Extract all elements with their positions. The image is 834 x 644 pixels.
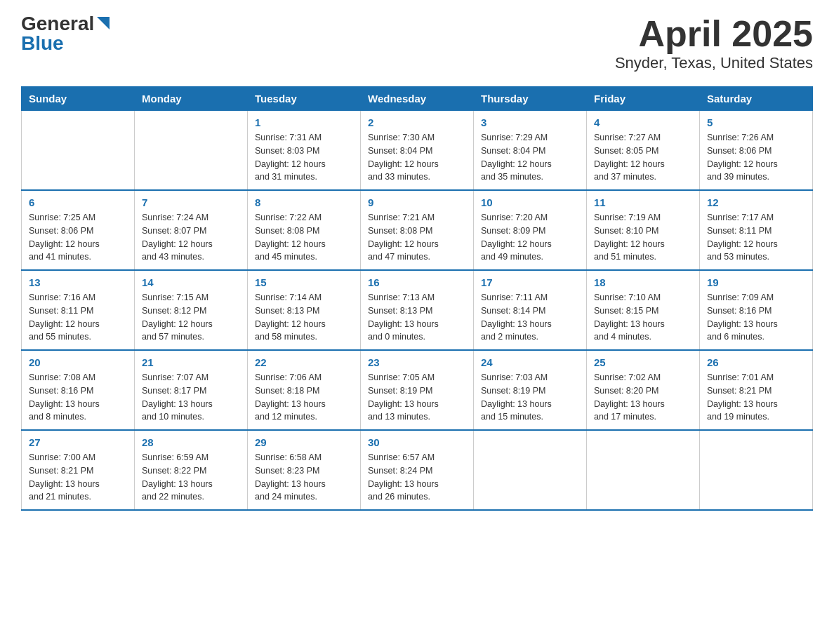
day-number: 7 <box>142 196 240 208</box>
day-info: Sunrise: 7:14 AM Sunset: 8:13 PM Dayligh… <box>255 291 353 344</box>
col-thursday: Thursday <box>474 87 587 111</box>
day-number: 2 <box>368 116 466 128</box>
title-block: April 2025 Snyder, Texas, United States <box>615 14 813 72</box>
day-number: 23 <box>368 356 466 368</box>
table-row: 7Sunrise: 7:24 AM Sunset: 8:07 PM Daylig… <box>135 190 248 270</box>
day-info: Sunrise: 7:25 AM Sunset: 8:06 PM Dayligh… <box>29 211 127 264</box>
table-row: 21Sunrise: 7:07 AM Sunset: 8:17 PM Dayli… <box>135 350 248 430</box>
day-info: Sunrise: 7:10 AM Sunset: 8:15 PM Dayligh… <box>594 291 692 344</box>
calendar-week-row: 13Sunrise: 7:16 AM Sunset: 8:11 PM Dayli… <box>22 270 813 350</box>
table-row: 23Sunrise: 7:05 AM Sunset: 8:19 PM Dayli… <box>361 350 474 430</box>
table-row <box>700 430 813 510</box>
table-row: 25Sunrise: 7:02 AM Sunset: 8:20 PM Dayli… <box>587 350 700 430</box>
calendar-table: Sunday Monday Tuesday Wednesday Thursday… <box>21 86 813 511</box>
logo-blue-text: Blue <box>21 34 64 53</box>
calendar-week-row: 1Sunrise: 7:31 AM Sunset: 8:03 PM Daylig… <box>22 111 813 191</box>
table-row: 29Sunrise: 6:58 AM Sunset: 8:23 PM Dayli… <box>248 430 361 510</box>
day-info: Sunrise: 7:29 AM Sunset: 8:04 PM Dayligh… <box>481 131 579 184</box>
day-info: Sunrise: 7:05 AM Sunset: 8:19 PM Dayligh… <box>368 371 466 424</box>
day-info: Sunrise: 7:19 AM Sunset: 8:10 PM Dayligh… <box>594 211 692 264</box>
svg-marker-0 <box>97 17 110 29</box>
page-header: General Blue April 2025 Snyder, Texas, U… <box>21 14 813 72</box>
table-row: 11Sunrise: 7:19 AM Sunset: 8:10 PM Dayli… <box>587 190 700 270</box>
day-info: Sunrise: 7:00 AM Sunset: 8:21 PM Dayligh… <box>29 451 127 504</box>
day-number: 12 <box>707 196 805 208</box>
day-number: 24 <box>481 356 579 368</box>
day-number: 17 <box>481 276 579 288</box>
table-row <box>474 430 587 510</box>
day-number: 4 <box>594 116 692 128</box>
day-number: 19 <box>707 276 805 288</box>
day-number: 9 <box>368 196 466 208</box>
day-number: 20 <box>29 356 127 368</box>
table-row <box>22 111 135 191</box>
table-row: 8Sunrise: 7:22 AM Sunset: 8:08 PM Daylig… <box>248 190 361 270</box>
day-info: Sunrise: 7:31 AM Sunset: 8:03 PM Dayligh… <box>255 131 353 184</box>
table-row: 28Sunrise: 6:59 AM Sunset: 8:22 PM Dayli… <box>135 430 248 510</box>
day-number: 30 <box>368 436 466 448</box>
day-info: Sunrise: 6:58 AM Sunset: 8:23 PM Dayligh… <box>255 451 353 504</box>
day-number: 25 <box>594 356 692 368</box>
day-info: Sunrise: 7:07 AM Sunset: 8:17 PM Dayligh… <box>142 371 240 424</box>
day-number: 29 <box>255 436 353 448</box>
day-number: 13 <box>29 276 127 288</box>
day-info: Sunrise: 7:09 AM Sunset: 8:16 PM Dayligh… <box>707 291 805 344</box>
day-info: Sunrise: 6:59 AM Sunset: 8:22 PM Dayligh… <box>142 451 240 504</box>
col-tuesday: Tuesday <box>248 87 361 111</box>
day-info: Sunrise: 6:57 AM Sunset: 8:24 PM Dayligh… <box>368 451 466 504</box>
calendar-week-row: 27Sunrise: 7:00 AM Sunset: 8:21 PM Dayli… <box>22 430 813 510</box>
day-number: 11 <box>594 196 692 208</box>
day-info: Sunrise: 7:15 AM Sunset: 8:12 PM Dayligh… <box>142 291 240 344</box>
day-number: 18 <box>594 276 692 288</box>
day-info: Sunrise: 7:06 AM Sunset: 8:18 PM Dayligh… <box>255 371 353 424</box>
day-number: 16 <box>368 276 466 288</box>
table-row: 17Sunrise: 7:11 AM Sunset: 8:14 PM Dayli… <box>474 270 587 350</box>
logo-triangle-icon <box>95 15 111 31</box>
day-info: Sunrise: 7:03 AM Sunset: 8:19 PM Dayligh… <box>481 371 579 424</box>
day-info: Sunrise: 7:24 AM Sunset: 8:07 PM Dayligh… <box>142 211 240 264</box>
day-number: 6 <box>29 196 127 208</box>
day-info: Sunrise: 7:11 AM Sunset: 8:14 PM Dayligh… <box>481 291 579 344</box>
day-number: 15 <box>255 276 353 288</box>
table-row: 30Sunrise: 6:57 AM Sunset: 8:24 PM Dayli… <box>361 430 474 510</box>
table-row: 2Sunrise: 7:30 AM Sunset: 8:04 PM Daylig… <box>361 111 474 191</box>
page-title: April 2025 <box>615 14 813 54</box>
day-number: 28 <box>142 436 240 448</box>
day-number: 27 <box>29 436 127 448</box>
page-subtitle: Snyder, Texas, United States <box>615 54 813 72</box>
table-row: 19Sunrise: 7:09 AM Sunset: 8:16 PM Dayli… <box>700 270 813 350</box>
day-number: 5 <box>707 116 805 128</box>
day-info: Sunrise: 7:17 AM Sunset: 8:11 PM Dayligh… <box>707 211 805 264</box>
col-sunday: Sunday <box>22 87 135 111</box>
table-row <box>587 430 700 510</box>
logo: General Blue <box>21 14 111 53</box>
day-info: Sunrise: 7:22 AM Sunset: 8:08 PM Dayligh… <box>255 211 353 264</box>
day-info: Sunrise: 7:27 AM Sunset: 8:05 PM Dayligh… <box>594 131 692 184</box>
table-row: 4Sunrise: 7:27 AM Sunset: 8:05 PM Daylig… <box>587 111 700 191</box>
table-row: 14Sunrise: 7:15 AM Sunset: 8:12 PM Dayli… <box>135 270 248 350</box>
calendar-week-row: 20Sunrise: 7:08 AM Sunset: 8:16 PM Dayli… <box>22 350 813 430</box>
day-number: 14 <box>142 276 240 288</box>
day-info: Sunrise: 7:01 AM Sunset: 8:21 PM Dayligh… <box>707 371 805 424</box>
table-row: 13Sunrise: 7:16 AM Sunset: 8:11 PM Dayli… <box>22 270 135 350</box>
day-info: Sunrise: 7:20 AM Sunset: 8:09 PM Dayligh… <box>481 211 579 264</box>
col-friday: Friday <box>587 87 700 111</box>
table-row: 15Sunrise: 7:14 AM Sunset: 8:13 PM Dayli… <box>248 270 361 350</box>
table-row: 5Sunrise: 7:26 AM Sunset: 8:06 PM Daylig… <box>700 111 813 191</box>
table-row <box>135 111 248 191</box>
col-monday: Monday <box>135 87 248 111</box>
table-row: 26Sunrise: 7:01 AM Sunset: 8:21 PM Dayli… <box>700 350 813 430</box>
table-row: 6Sunrise: 7:25 AM Sunset: 8:06 PM Daylig… <box>22 190 135 270</box>
table-row: 20Sunrise: 7:08 AM Sunset: 8:16 PM Dayli… <box>22 350 135 430</box>
day-info: Sunrise: 7:26 AM Sunset: 8:06 PM Dayligh… <box>707 131 805 184</box>
table-row: 18Sunrise: 7:10 AM Sunset: 8:15 PM Dayli… <box>587 270 700 350</box>
day-number: 22 <box>255 356 353 368</box>
day-number: 1 <box>255 116 353 128</box>
day-info: Sunrise: 7:13 AM Sunset: 8:13 PM Dayligh… <box>368 291 466 344</box>
table-row: 9Sunrise: 7:21 AM Sunset: 8:08 PM Daylig… <box>361 190 474 270</box>
calendar-header-row: Sunday Monday Tuesday Wednesday Thursday… <box>22 87 813 111</box>
day-number: 8 <box>255 196 353 208</box>
day-info: Sunrise: 7:16 AM Sunset: 8:11 PM Dayligh… <box>29 291 127 344</box>
table-row: 3Sunrise: 7:29 AM Sunset: 8:04 PM Daylig… <box>474 111 587 191</box>
day-info: Sunrise: 7:02 AM Sunset: 8:20 PM Dayligh… <box>594 371 692 424</box>
